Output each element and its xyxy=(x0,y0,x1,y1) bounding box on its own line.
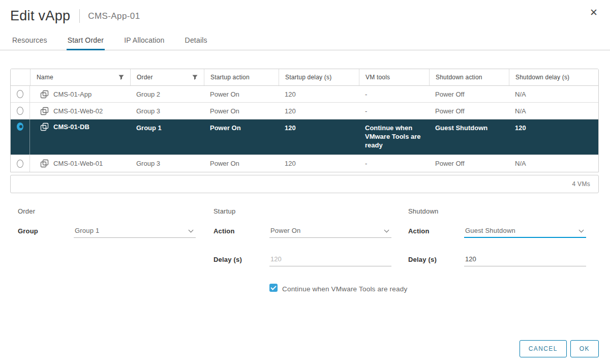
vm-tools-cell: - xyxy=(359,90,429,98)
header-cell-shutdown-delay: Shutdown delay (s) xyxy=(509,69,598,85)
startup-delay-input[interactable] xyxy=(269,254,391,266)
vm-icon xyxy=(40,90,49,99)
group-label: Group xyxy=(18,226,74,235)
group-select-value: Group 1 xyxy=(75,227,99,234)
table-footer: 4 VMs xyxy=(10,175,599,193)
table-row[interactable]: CMS-01-Web-01 Group 3 Power On 120 - Pow… xyxy=(11,155,598,172)
header-label: Startup action xyxy=(210,74,250,81)
startup-delay-label: Delay (s) xyxy=(214,254,269,263)
startup-action-cell: Power On xyxy=(204,119,279,137)
tab-resources[interactable]: Resources xyxy=(11,36,48,50)
row-radio[interactable] xyxy=(17,90,23,98)
chevron-down-icon xyxy=(189,228,194,233)
row-radio-checked[interactable] xyxy=(17,123,23,131)
header-cell-shutdown-action: Shutdown action xyxy=(429,69,509,85)
row-radio-cell xyxy=(11,119,30,155)
header-cell-startup-delay: Startup delay (s) xyxy=(279,69,359,85)
dialog-actions: CANCEL OK xyxy=(520,340,599,357)
shutdown-delay-cell: N/A xyxy=(509,160,598,167)
header-cell-order[interactable]: Order xyxy=(130,69,204,85)
table-body-box: Name Order Startup action Startup delay … xyxy=(10,69,599,172)
table-row[interactable]: CMS-01-Web-02 Group 3 Power On 120 - Pow… xyxy=(11,103,598,119)
shutdown-action-label: Action xyxy=(408,226,464,235)
startup-delay-cell: 120 xyxy=(279,119,359,137)
startup-action-label: Action xyxy=(214,226,269,235)
shutdown-action-cell: Guest Shutdown xyxy=(429,119,509,137)
row-radio-cell xyxy=(11,86,30,102)
order-section-heading: Order xyxy=(18,207,214,215)
row-radio-cell xyxy=(11,155,30,172)
filter-icon[interactable] xyxy=(192,75,198,80)
header-cell-name[interactable]: Name xyxy=(30,69,130,85)
tab-start-order[interactable]: Start Order xyxy=(67,36,105,50)
chevron-down-icon xyxy=(384,228,389,233)
header-cell-vm-tools: VM tools xyxy=(359,69,429,85)
order-cell: Group 3 xyxy=(130,107,204,115)
shutdown-delay-cell: N/A xyxy=(509,107,598,115)
header-label: VM tools xyxy=(365,74,390,81)
vm-tools-cell: - xyxy=(359,160,429,167)
table-header-row: Name Order Startup action Startup delay … xyxy=(11,69,598,86)
shutdown-action-select[interactable]: Guest Shutdown xyxy=(464,226,586,238)
close-icon[interactable]: ✕ xyxy=(590,8,598,17)
header-cell-radio xyxy=(11,69,30,85)
vm-tools-cell: - xyxy=(359,107,429,115)
tab-bar: Resources Start Order IP Allocation Deta… xyxy=(0,36,610,50)
header-label: Startup delay (s) xyxy=(285,74,331,81)
order-cell: Group 3 xyxy=(130,160,204,167)
shutdown-action-value: Guest Shutdown xyxy=(465,227,515,234)
group-select[interactable]: Group 1 xyxy=(74,226,196,238)
startup-delay-cell: 120 xyxy=(279,90,359,98)
row-radio-cell xyxy=(11,103,30,119)
startup-delay-cell: 120 xyxy=(279,160,359,167)
vm-name: CMS-01-Web-01 xyxy=(53,160,103,167)
header-label: Shutdown delay (s) xyxy=(515,74,569,81)
start-order-form: Order Group Group 1 Startup Action Power… xyxy=(18,207,599,295)
vm-tools-cell: Continue when VMware Tools are ready xyxy=(359,119,429,155)
vm-name: CMS-01-DB xyxy=(53,123,89,131)
vm-icon xyxy=(40,107,49,115)
header-cell-startup-action: Startup action xyxy=(204,69,279,85)
shutdown-action-cell: Power Off xyxy=(429,160,509,167)
startup-action-cell: Power On xyxy=(204,107,279,115)
startup-section-heading: Startup xyxy=(214,207,408,215)
title-divider xyxy=(79,9,80,23)
vm-name-cell: CMS-01-App xyxy=(30,90,130,99)
vm-count: 4 VMs xyxy=(572,180,590,188)
vm-name: CMS-01-Web-02 xyxy=(53,107,103,115)
row-radio[interactable] xyxy=(17,160,23,168)
table-row[interactable]: CMS-01-App Group 2 Power On 120 - Power … xyxy=(11,86,598,103)
vm-icon xyxy=(40,123,49,131)
vm-name-cell: CMS-01-Web-01 xyxy=(30,159,130,168)
startup-section: Startup Action Power On Delay (s) Contin… xyxy=(214,207,408,295)
tab-details[interactable]: Details xyxy=(184,36,208,50)
vmware-tools-checkbox-label: Continue when VMware Tools are ready xyxy=(282,283,408,295)
vmware-tools-checkbox[interactable] xyxy=(269,284,278,292)
shutdown-delay-label: Delay (s) xyxy=(408,254,464,263)
table-row-selected[interactable]: CMS-01-DB Group 1 Power On 120 Continue … xyxy=(11,119,598,155)
vmware-tools-checkbox-row: Continue when VMware Tools are ready xyxy=(269,283,408,295)
shutdown-action-cell: Power Off xyxy=(429,90,509,98)
vm-icon xyxy=(40,159,49,168)
row-radio[interactable] xyxy=(17,107,23,115)
dialog-subtitle: CMS-App-01 xyxy=(88,11,140,21)
vm-start-order-table: Name Order Startup action Startup delay … xyxy=(10,69,599,193)
startup-delay-cell: 120 xyxy=(279,107,359,115)
tab-ip-allocation[interactable]: IP Allocation xyxy=(123,36,165,50)
startup-action-cell: Power On xyxy=(204,90,279,98)
shutdown-delay-cell: N/A xyxy=(509,90,598,98)
vm-name-cell: CMS-01-DB xyxy=(30,119,130,136)
cancel-button[interactable]: CANCEL xyxy=(520,340,567,357)
shutdown-section-heading: Shutdown xyxy=(408,207,594,215)
startup-action-cell: Power On xyxy=(204,160,279,167)
header-label: Order xyxy=(137,74,153,81)
shutdown-delay-cell: 120 xyxy=(509,119,598,137)
startup-action-select[interactable]: Power On xyxy=(269,226,391,238)
shutdown-section: Shutdown Action Guest Shutdown Delay (s) xyxy=(408,207,594,295)
header-label: Name xyxy=(37,74,53,81)
shutdown-delay-input[interactable] xyxy=(464,254,586,266)
order-cell: Group 1 xyxy=(130,119,204,137)
filter-icon[interactable] xyxy=(118,75,124,80)
ok-button[interactable]: OK xyxy=(570,340,599,357)
vm-name: CMS-01-App xyxy=(53,90,92,98)
